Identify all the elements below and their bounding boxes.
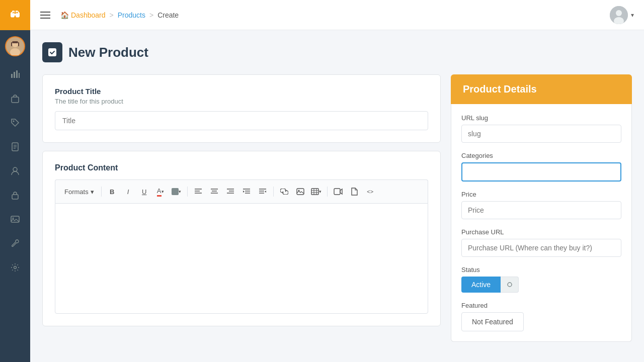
page-title-icon (42, 42, 62, 62)
svg-rect-5 (18, 42, 19, 46)
link-button[interactable] (277, 184, 292, 199)
page-title: New Product (68, 45, 148, 60)
breadcrumb-create: Create (157, 11, 179, 19)
file-button[interactable] (347, 184, 362, 199)
status-field: Status Active (461, 266, 621, 293)
svg-point-19 (13, 218, 14, 219)
bg-color-button[interactable]: ▾ (169, 184, 184, 199)
indent-left-button[interactable] (239, 184, 254, 199)
sidebar-item-bag[interactable] (5, 88, 25, 109)
font-color-button[interactable]: A ▾ (153, 184, 168, 199)
breadcrumb-dashboard[interactable]: 🏠 Dashboard (60, 11, 106, 19)
sidebar-logo[interactable]: 🕶 (0, 0, 30, 30)
sidebar-item-tools[interactable] (5, 233, 25, 253)
svg-rect-53 (334, 189, 340, 195)
svg-rect-6 (11, 74, 13, 78)
toolbar-sep-1 (101, 187, 102, 197)
status-toggle: Active (461, 277, 621, 293)
underline-button[interactable]: U (137, 184, 152, 199)
sidebar-item-lock[interactable] (5, 185, 25, 205)
header: 🏠 Dashboard > Products > Create ▾ (30, 0, 644, 30)
logo-icon: 🕶 (10, 10, 20, 21)
breadcrumb-products[interactable]: Products (118, 11, 145, 19)
categories-field: Categories (461, 152, 621, 182)
status-label: Status (461, 266, 621, 274)
purchase-url-label: Purchase URL (461, 228, 621, 236)
url-slug-label: URL slug (461, 114, 621, 122)
sidebar: 🕶 (0, 0, 30, 362)
svg-rect-18 (11, 216, 19, 222)
product-title-hint: The title for this product (55, 98, 428, 105)
featured-field: Featured Not Featured (461, 302, 621, 331)
purchase-url-input[interactable] (461, 239, 621, 257)
table-button[interactable]: ▾ (309, 184, 324, 199)
right-column: Product Details URL slug Categories (451, 74, 632, 342)
categories-label: Categories (461, 152, 621, 159)
sidebar-item-gallery[interactable] (5, 209, 25, 229)
panel-header: Product Details (451, 74, 632, 104)
svg-rect-17 (12, 195, 18, 199)
svg-rect-27 (48, 48, 56, 56)
svg-point-16 (13, 167, 17, 171)
price-label: Price (461, 191, 621, 198)
toolbar-sep-4 (327, 187, 328, 197)
font-color-label: A (157, 187, 162, 197)
not-featured-button[interactable]: Not Featured (461, 312, 524, 331)
left-column: Product Title The title for this product… (42, 74, 441, 342)
sidebar-item-user[interactable] (5, 161, 25, 181)
price-input[interactable] (461, 201, 621, 219)
svg-point-54 (508, 283, 512, 287)
dashboard-home-icon: 🏠 (60, 11, 69, 19)
product-details-panel: Product Details URL slug Categories (451, 74, 632, 342)
product-title-label: Product Title (55, 87, 428, 96)
image-button[interactable] (293, 184, 308, 199)
svg-rect-9 (19, 73, 20, 78)
header-user[interactable]: ▾ (610, 6, 634, 24)
toolbar-sep-2 (187, 187, 188, 197)
svg-rect-48 (311, 189, 318, 195)
header-left: 🏠 Dashboard > Products > Create (40, 10, 179, 20)
url-slug-field: URL slug (461, 114, 621, 143)
sidebar-user-avatar[interactable] (5, 36, 25, 56)
bold-button[interactable]: B (105, 184, 120, 199)
svg-rect-7 (14, 72, 15, 78)
sidebar-item-settings[interactable] (5, 257, 25, 278)
breadcrumb-dashboard-label: Dashboard (71, 11, 106, 19)
video-button[interactable] (331, 184, 346, 199)
formats-dropdown[interactable]: Formats ▾ (60, 184, 98, 199)
formats-arrow: ▾ (91, 188, 94, 196)
align-center-button[interactable] (207, 184, 222, 199)
categories-input[interactable] (461, 162, 621, 182)
formats-label: Formats (64, 188, 89, 196)
align-right-button[interactable] (223, 184, 238, 199)
page-title-row: New Product (42, 42, 632, 62)
sidebar-item-chart[interactable] (5, 64, 25, 84)
sidebar-item-document[interactable] (5, 137, 25, 157)
editor-toolbar: Formats ▾ B I U A ▾ ▾ (55, 179, 428, 203)
italic-button[interactable]: I (121, 184, 136, 199)
editor-body[interactable] (55, 203, 428, 314)
status-toggle-button[interactable] (501, 277, 519, 293)
product-title-input[interactable] (55, 111, 428, 130)
user-menu-chevron: ▾ (631, 12, 634, 19)
sidebar-item-tag[interactable] (5, 113, 25, 133)
price-field: Price (461, 191, 621, 219)
hamburger-icon[interactable] (40, 10, 50, 20)
breadcrumb-sep1: > (110, 11, 114, 19)
breadcrumb-sep2: > (149, 11, 153, 19)
product-content-card: Product Content Formats ▾ B I U A (42, 151, 441, 326)
featured-label: Featured (461, 302, 621, 309)
svg-rect-4 (11, 42, 12, 46)
url-slug-input[interactable] (461, 125, 621, 143)
toolbar-sep-3 (273, 187, 274, 197)
align-left-button[interactable] (191, 184, 206, 199)
status-active-button[interactable]: Active (461, 277, 501, 293)
svg-point-11 (13, 121, 15, 122)
two-col-layout: Product Title The title for this product… (42, 74, 632, 342)
code-button[interactable]: <> (363, 184, 378, 199)
purchase-url-field: Purchase URL (461, 228, 621, 257)
bg-color-swatch (172, 188, 179, 195)
indent-right-button[interactable] (255, 184, 270, 199)
breadcrumb: 🏠 Dashboard > Products > Create (60, 11, 179, 19)
svg-rect-8 (16, 70, 18, 78)
